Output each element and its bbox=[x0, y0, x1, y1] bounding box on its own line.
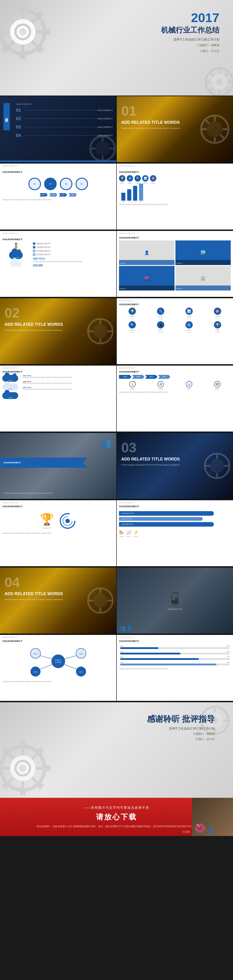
icon-item-4: 📊 在此输入 bbox=[142, 175, 148, 184]
slide-org: 在此输入文档简介文字 在此处添加相关标题文字 在此输入 文字内容 内容01 内容… bbox=[0, 635, 117, 701]
clouds-column: 文字内容 文字内容 文字内容 bbox=[2, 375, 21, 399]
s7-header: 在此输入文档简介文字 bbox=[2, 501, 18, 504]
download-line1: ——所有图片与文字均可更改且效果不变 bbox=[84, 806, 149, 810]
circle-4: 04 bbox=[75, 178, 88, 190]
ig-5: 🔍 在此输入 文字内容 bbox=[119, 321, 145, 333]
section04-body: Futuristic analysis of development for f… bbox=[5, 598, 114, 601]
svg-line-9 bbox=[32, 41, 38, 47]
index-label: 目录 bbox=[3, 103, 10, 130]
s4b-header: 在此输入文档简介文字 bbox=[119, 300, 135, 302]
steps-text: 在此处输入相关的文字内容在此处输入相关的文字内容在此处输入相关的文字内容 bbox=[119, 391, 231, 393]
icons-row2: 💡 在此输入 ⚙️ 在此输入 📊 在此输入 🎯 在此输入 bbox=[119, 381, 231, 390]
icons-grid-content: 在此处添加相关标题文字 💡 在此输入 文字内容 🔧 在此输入 文字内容 📊 bbox=[119, 303, 231, 333]
cloud2-layout: 文字内容 文字内容 文字内容 bbox=[2, 375, 114, 399]
section04-heading: ADD RELATED TITLE WORDS bbox=[5, 592, 63, 596]
slide-section02: 02 ADD RELATED TITLE WORDS Futuristic an… bbox=[0, 298, 117, 364]
svg-rect-96 bbox=[45, 765, 50, 771]
ig-1: 💡 在此输入 文字内容 bbox=[119, 307, 145, 320]
slide-cover: 2017 机械行业工作总结 适用于工作总结/工作汇报/工作计划 汇报部门：销售部… bbox=[0, 0, 233, 95]
cover-year: 2017 bbox=[161, 11, 219, 24]
portfolio-cell-4: 🏢 Portfolio 4 bbox=[176, 266, 231, 291]
ig-6: 📱 在此输入 文字内容 bbox=[147, 321, 174, 333]
section02-heading: ADD RELATED TITLE WORDS bbox=[5, 322, 63, 327]
s2-header: 在此输入文档简介文字 bbox=[2, 165, 18, 167]
checkbox-3 bbox=[33, 250, 35, 252]
org-heading: 在此处添加相关标题文字 bbox=[2, 640, 114, 643]
page-wrapper: 2017 机械行业工作总结 适用于工作总结/工作汇报/工作计划 汇报部门：销售部… bbox=[0, 0, 233, 836]
blue-ribbon: 在此处添加相关标题文字 bbox=[0, 457, 87, 468]
slide-section04: 04 ADD RELATED TITLE WORDS Futuristic an… bbox=[0, 568, 117, 633]
slide-wave: 在此输入文档简介文字 在此处添加相关标题文字 在此处添加文字内容 在此处添加文字… bbox=[117, 500, 233, 566]
s3-header: 在此输入文档简介文字 bbox=[2, 232, 18, 234]
slide-people-ribbon: 👥 在此处添加相关标题文字 在此处输入相关的文字内容在此处输入相关的文字内容在此… bbox=[0, 433, 117, 499]
svg-line-44 bbox=[220, 135, 224, 139]
cloud2-heading: 在此处添加相关标题文字 bbox=[2, 371, 114, 373]
thankyou-meta-dept: 汇报部门：销售部 bbox=[147, 732, 215, 736]
svg-line-90 bbox=[32, 777, 38, 783]
row-5: 在此输入文档简介文字 在此处添加相关标题文字 文字内容 bbox=[0, 366, 233, 432]
portfolio-heading: 在此处添加相关标题文字 bbox=[119, 237, 231, 239]
cloud-layout: 🧍 ADD TITLE bbox=[2, 242, 114, 267]
section01-body: Futuristic analysis of development for f… bbox=[121, 127, 231, 129]
step-a1: 步骤01 bbox=[40, 193, 48, 197]
step-arrows: 步骤01 步骤02 步骤03 步骤04 bbox=[119, 375, 231, 379]
portfolio-cell-1: 👤 Portfolio 1 bbox=[119, 240, 174, 265]
s5-header: 在此输入文档简介文字 bbox=[2, 367, 18, 369]
icon-item-5: 🎯 在此输入 bbox=[150, 175, 156, 184]
svg-line-10 bbox=[32, 17, 38, 23]
svg-line-11 bbox=[8, 41, 14, 47]
ir-2: ⚙️ 在此输入 bbox=[147, 381, 174, 390]
ig-2: 🔧 在此输入 文字内容 bbox=[147, 307, 174, 320]
icons-grid: 💡 在此输入 文字内容 🔧 在此输入 文字内容 📊 在此输入 文字内容 bbox=[119, 307, 231, 333]
cover-meta-dept: 汇报部门：销售部 bbox=[161, 43, 219, 47]
section01-heading: ADD RELATED TITLE WORDS bbox=[121, 120, 180, 125]
section03-num: 03 bbox=[121, 440, 137, 455]
bar-chart: 2013 2014 2015 2016 bbox=[119, 185, 231, 204]
step-a3: 步骤03 bbox=[59, 193, 67, 197]
download-photo: 🌺 👤 bbox=[192, 798, 233, 836]
svg-text:文字内容: 文字内容 bbox=[55, 662, 61, 663]
hbar-3: 2015 72% bbox=[120, 656, 230, 660]
icon-item-1: 💡 在此输入 bbox=[119, 175, 125, 184]
circles-row: 01 02 03 04 bbox=[2, 175, 114, 193]
thankyou-gear-left bbox=[0, 732, 59, 798]
hbar-2: 2014 55% bbox=[120, 651, 230, 654]
wave-heading: 在此处添加相关标题文字 bbox=[119, 505, 231, 508]
org-chart: 在此输入 文字内容 内容01 内容02 内容03 内容04 bbox=[2, 644, 114, 678]
s9-header: 在此输入文档简介文字 bbox=[2, 636, 18, 638]
ir-1: 💡 在此输入 bbox=[119, 381, 146, 390]
svg-rect-14 bbox=[0, 29, 0, 35]
thankyou-title: 感谢聆听 批评指导 bbox=[147, 714, 215, 725]
svg-line-89 bbox=[8, 753, 14, 759]
cloud-shapes: ADD TITLE bbox=[2, 251, 30, 267]
row-2: 在此输入文档简介文字 在此处添加相关标题文字 01 02 03 04 步骤01 … bbox=[0, 164, 233, 230]
slide-cloud: 在此输入文档简介文字 在此处添加相关标题文字 🧍 ADD TITLE bbox=[0, 231, 117, 297]
svg-point-66 bbox=[51, 654, 65, 668]
index-list: 在此输入文档简介文字 01 在此输入您的标题文字 02 在此输入您的标题文字 0… bbox=[16, 103, 113, 138]
svg-line-91 bbox=[32, 753, 38, 759]
amount-label: ADD TITLE bbox=[33, 258, 114, 260]
svg-line-80 bbox=[64, 664, 77, 669]
svg-text:内容03: 内容03 bbox=[33, 671, 38, 673]
svg-line-27 bbox=[210, 72, 214, 76]
svg-rect-12 bbox=[20, 5, 26, 10]
hbar-4: 2016 88% bbox=[120, 662, 230, 665]
check-item-4: 在此处输入相关文字 bbox=[33, 253, 114, 256]
steps-heading: 在此处添加相关标题文字 bbox=[119, 371, 231, 373]
svg-rect-13 bbox=[20, 54, 26, 59]
step-a2: 步骤02 bbox=[49, 193, 57, 197]
cloud2-content: 在此处添加相关标题文字 文字内容 bbox=[2, 371, 114, 399]
svg-point-32 bbox=[96, 142, 110, 156]
cover-title: 机械行业工作总结 bbox=[161, 25, 219, 35]
download-line3: 单击选择图片：右键-更改图片-文件-选择想更换的图片就好 （备注：建议使用图片尺… bbox=[37, 824, 196, 828]
trophy-icon: 🏆 在此输入文字 bbox=[40, 513, 54, 529]
slide-thankyou: 感谢聆听 批评指导 适用于工作总结/工作汇报/工作计划 汇报部门：销售部 汇报人… bbox=[0, 702, 233, 798]
h-bars: 2013 35% 2014 55% bbox=[119, 644, 231, 667]
svg-line-29 bbox=[225, 72, 229, 76]
trophy-heading: 在此处添加相关标题文字 bbox=[2, 505, 114, 508]
circle-2: 02 bbox=[44, 178, 57, 190]
index-item-2: 02 在此输入您的标题文字 bbox=[16, 116, 113, 121]
portfolio-cell-2: 🏙️ Portfolio 2 bbox=[176, 240, 231, 265]
slide-barchart: 在此输入文档简介文字 在此处添加相关标题文字 💡 在此输入 ⚙️ 在此输入 🔍 … bbox=[117, 164, 233, 229]
thankyou-meta-name: 汇报人：王小王 bbox=[147, 737, 215, 741]
